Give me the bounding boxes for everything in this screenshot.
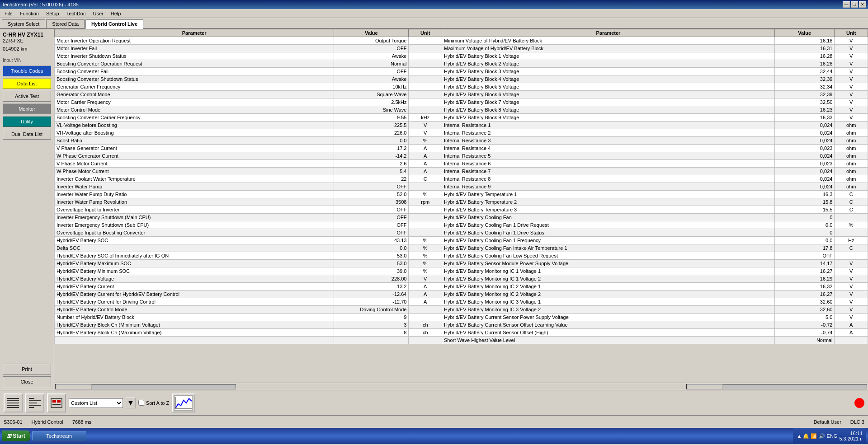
table-row: Motor Carrier Frequency2.5kHzHybrid/EV B…	[55, 98, 868, 106]
right-value: 0,0	[774, 237, 834, 244]
monitor-button[interactable]: Monitor	[3, 103, 51, 114]
right-param: Hybrid/EV Battery Current Sensor Offset …	[442, 321, 775, 329]
left-unit	[409, 45, 442, 52]
left-param: Number of Hybrid/EV Battery Block	[55, 314, 334, 321]
close-window-button[interactable]: ✕	[859, 1, 866, 8]
tray-lang: ENG	[827, 433, 838, 439]
left-param: Hybrid/EV Battery Block Ch (Maximum Volt…	[55, 329, 334, 337]
left-unit	[409, 68, 442, 75]
taskbar-app[interactable]: Techstream	[32, 431, 86, 440]
table-row: Motor Inverter FailOFFMaximum Voltage of…	[55, 45, 868, 52]
right-value: 16,3	[774, 191, 834, 198]
left-unit	[409, 106, 442, 114]
left-value: OFF	[334, 206, 409, 214]
right-value: 16,31	[774, 45, 834, 52]
start-button[interactable]: ⊞ Start	[2, 431, 30, 441]
svg-rect-3	[7, 405, 19, 406]
minimize-button[interactable]: —	[843, 1, 850, 8]
right-param: Hybrid/EV Battery Temperature 3	[442, 206, 775, 214]
restore-button[interactable]: ❐	[851, 1, 858, 8]
right-value: 15,5	[774, 206, 834, 214]
left-value: 17.2	[334, 145, 409, 152]
right-param: Short Wave Highest Value Level	[442, 337, 775, 344]
utility-button[interactable]: Utility	[3, 116, 51, 127]
toolbar-btn-1[interactable]	[4, 393, 23, 412]
left-param: Boost Ratio	[55, 137, 334, 145]
right-unit: V	[835, 275, 868, 283]
left-unit	[409, 75, 442, 83]
left-unit	[409, 37, 442, 45]
active-test-button[interactable]: Active Test	[3, 91, 51, 102]
right-unit: V	[835, 306, 868, 314]
data-table-container[interactable]: Parameter Value Unit Parameter Value Uni…	[54, 29, 868, 383]
left-param: Motor Carrier Frequency	[55, 98, 334, 106]
table-row: Hybrid/EV Battery SOC43.13%Hybrid/EV Bat…	[55, 237, 868, 244]
table-row: W Phase Generator Current-14.2AInternal …	[55, 152, 868, 160]
left-unit: %	[409, 237, 442, 244]
tab-hybrid-control-live[interactable]: Hybrid Control Live	[85, 19, 143, 29]
data-list-button[interactable]: Data List	[3, 78, 51, 89]
data-table: Parameter Value Unit Parameter Value Uni…	[54, 29, 868, 344]
menu-file[interactable]: File	[1, 10, 16, 17]
left-value: OFF	[334, 214, 409, 221]
right-value: 16,26	[774, 60, 834, 68]
col-header-value2: Value	[774, 29, 834, 37]
left-unit: %	[409, 244, 442, 252]
menu-help[interactable]: Help	[107, 10, 125, 17]
table-row: Boosting Converter Operation RequestNorm…	[55, 60, 868, 68]
right-unit: ohm	[835, 160, 868, 168]
toolbar-btn-2[interactable]	[25, 393, 44, 412]
menu-setup[interactable]: Setup	[42, 10, 63, 17]
left-unit: %	[409, 191, 442, 198]
right-param: Hybrid/EV Battery Monitoring IC 1 Voltag…	[442, 275, 775, 283]
right-param: Hybrid/EV Battery Block 2 Voltage	[442, 60, 775, 68]
custom-list-select[interactable]: Custom List All Parameters	[69, 398, 123, 408]
left-param: Motor Control Mode	[55, 106, 334, 114]
table-row: Boosting Converter Shutdown StatusAwakeH…	[55, 75, 868, 83]
taskbar-items: Techstream	[30, 431, 793, 440]
col-header-value1: Value	[334, 29, 409, 37]
scroll-bar[interactable]	[54, 383, 868, 390]
dropdown-arrow[interactable]: ▼	[126, 398, 136, 408]
left-value: 8	[334, 329, 409, 337]
tab-stored-data[interactable]: Stored Data	[46, 19, 85, 28]
left-param: Overvoltage Input to Inverter	[55, 206, 334, 214]
right-param: Hybrid/EV Battery Current Sensor Offset …	[442, 329, 775, 337]
left-unit: C	[409, 175, 442, 183]
left-unit	[409, 60, 442, 68]
trouble-codes-button[interactable]: Trouble Codes	[3, 66, 51, 76]
chart-button[interactable]	[172, 393, 195, 412]
left-param: Hybrid/EV Battery SOC of Immediately aft…	[55, 252, 334, 260]
right-unit: V	[835, 75, 868, 83]
svg-rect-1	[7, 400, 19, 401]
right-value: 16,27	[774, 267, 834, 275]
left-param: Boosting Converter Fail	[55, 68, 334, 75]
svg-rect-0	[7, 398, 19, 399]
menu-function[interactable]: Function	[16, 10, 42, 17]
dual-data-list-button[interactable]: Dual Data List	[3, 129, 51, 140]
print-button[interactable]: Print	[3, 364, 51, 375]
sort-checkbox[interactable]	[138, 400, 144, 406]
right-param: Hybrid/EV Battery Current Sensor Power S…	[442, 314, 775, 321]
left-value: 3	[334, 321, 409, 329]
toolbar-btn-3[interactable]	[47, 393, 66, 412]
menu-user[interactable]: User	[89, 10, 107, 17]
tab-system-select[interactable]: System Select	[2, 19, 45, 28]
col-header-param2: Parameter	[442, 29, 775, 37]
left-unit	[409, 229, 442, 237]
left-value: 39.0	[334, 267, 409, 275]
left-param: Hybrid/EV Battery Control Mode	[55, 306, 334, 314]
left-param: Hybrid/EV Battery SOC	[55, 237, 334, 244]
left-unit: %	[409, 260, 442, 267]
svg-rect-4	[7, 407, 19, 408]
left-unit	[409, 98, 442, 106]
app-title: Techstream (Ver 15.00.026) - 4185	[2, 2, 79, 7]
svg-rect-7	[29, 403, 37, 403]
left-param: Hybrid/EV Battery Maximum SOC	[55, 260, 334, 267]
close-button[interactable]: Close	[3, 376, 51, 387]
menu-techdoc[interactable]: TechDoc	[63, 10, 90, 17]
sort-checkbox-label[interactable]: Sort A to Z	[138, 400, 169, 406]
col-header-param1: Parameter	[55, 29, 334, 37]
left-unit	[409, 314, 442, 321]
right-value: 0,024	[774, 175, 834, 183]
